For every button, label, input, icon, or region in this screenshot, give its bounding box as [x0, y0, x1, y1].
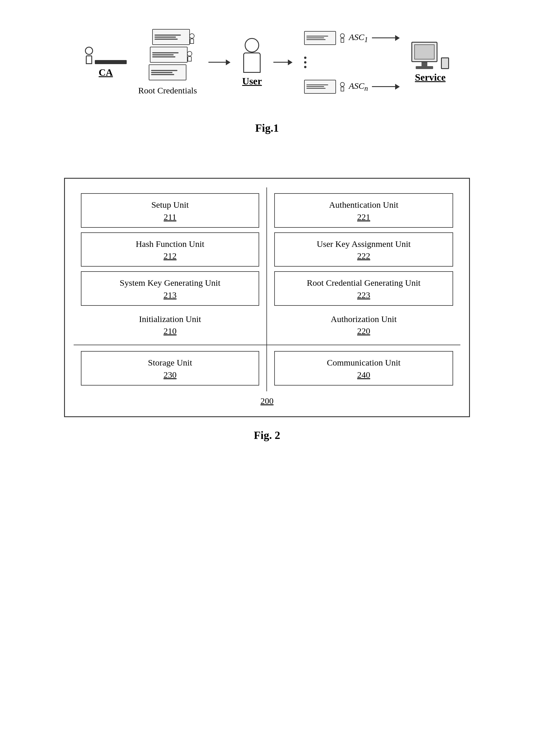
fig2-bottom-left: Storage Unit 230 [74, 345, 267, 392]
communication-unit-number: 240 [357, 370, 370, 380]
hash-unit-name: Hash Function Unit [136, 238, 204, 250]
root-credentials-label: Root Credentials [138, 86, 197, 95]
fig2-bottom-row: Storage Unit 230 Communication Unit 240 [74, 345, 460, 392]
init-unit: Initialization Unit 210 [81, 310, 259, 339]
hash-unit-box: Hash Function Unit 212 [81, 232, 259, 267]
asc1-row: ASC1 [304, 31, 400, 45]
service-computer-group [411, 42, 449, 69]
init-unit-name: Initialization Unit [139, 313, 201, 325]
authorization-unit-name: Authorization Unit [331, 313, 396, 325]
rootcred-unit-number: 223 [357, 290, 370, 300]
setup-unit-name: Setup Unit [151, 199, 189, 211]
desk-table [95, 60, 127, 64]
person-torso [86, 55, 92, 64]
userkey-unit-name: User Key Assignment Unit [317, 238, 411, 250]
communication-unit-name: Communication Unit [327, 357, 400, 369]
fig2-container: Setup Unit 211 Hash Function Unit 212 Sy… [35, 178, 499, 442]
credentials-actor: Root Credentials [138, 29, 197, 95]
ca-label: CA [99, 67, 113, 78]
fig1-caption: Fig.1 [255, 122, 279, 134]
fig2-caption: Fig. 2 [254, 429, 280, 442]
dots-section [304, 54, 306, 71]
service-actor: Service [411, 42, 449, 83]
user-body [243, 52, 261, 73]
ascn-arrow [372, 84, 400, 90]
auth-unit-box: Authentication Unit 221 [274, 193, 453, 228]
syskey-unit-name: System Key Generating Unit [120, 277, 220, 289]
credential-card-3 [149, 65, 187, 80]
setup-unit-number: 211 [164, 212, 177, 222]
asc1-person [340, 33, 345, 43]
ascn-arrow-head [395, 84, 400, 90]
arrow-user-asc [273, 60, 292, 65]
asc1-arrow [372, 35, 400, 41]
storage-unit-name: Storage Unit [148, 357, 192, 369]
arrow-ca-user [209, 60, 230, 65]
auth-unit-name: Authentication Unit [329, 199, 398, 211]
rootcred-unit-box: Root Credential Generating Unit 223 [274, 271, 453, 306]
user-actor: User [242, 38, 262, 87]
authorization-unit-number: 220 [357, 326, 370, 336]
arrow-right-1 [209, 60, 230, 65]
syskey-unit-number: 213 [164, 290, 177, 300]
service-icon [411, 42, 438, 69]
asc1-arrow-head [395, 35, 400, 41]
arrow-line-2 [273, 62, 288, 63]
arrow-right-2 [273, 60, 292, 65]
system-number: 200 [261, 396, 274, 406]
userkey-unit-box: User Key Assignment Unit 222 [274, 232, 453, 267]
storage-unit-number: 230 [164, 370, 177, 380]
storage-unit-box: Storage Unit 230 [81, 351, 259, 386]
arrow-line [209, 62, 226, 63]
ca-actor: CA [85, 47, 127, 78]
asc1-credential [304, 31, 336, 45]
arrow-head [226, 60, 230, 65]
asc-section: ASC1 [304, 31, 400, 94]
ascn-credential [304, 80, 336, 94]
ca-desk-icon [85, 47, 127, 64]
service-label: Service [415, 72, 445, 83]
auth-unit-number: 221 [357, 212, 370, 222]
fig2-right-col: Authentication Unit 221 User Key Assignm… [267, 187, 460, 345]
ascn-label: ASCn [349, 81, 368, 93]
asc1-arrow-line [372, 38, 395, 38]
ascn-arrow-line [372, 86, 395, 87]
computer-base [416, 66, 433, 69]
computer-screen [414, 44, 435, 60]
fig2-top-row: Setup Unit 211 Hash Function Unit 212 Sy… [74, 187, 460, 345]
desk-person [85, 47, 127, 64]
syskey-unit-box: System Key Generating Unit 213 [81, 271, 259, 306]
ascn-row: ASCn [304, 80, 400, 94]
setup-unit-box: Setup Unit 211 [81, 193, 259, 228]
cred-person-icon [189, 33, 194, 44]
user-label: User [242, 76, 262, 87]
arrow-head-2 [288, 60, 292, 65]
computer-monitor [411, 42, 438, 62]
credential-card-1 [152, 29, 190, 45]
fig2-bottom-right: Communication Unit 240 [267, 345, 460, 392]
dot-2 [304, 61, 306, 64]
person-head [85, 47, 93, 55]
user-head [245, 38, 259, 52]
fig1-container: CA [35, 17, 499, 149]
computer-disk [441, 57, 449, 69]
dot-1 [304, 57, 306, 59]
init-unit-number: 210 [164, 326, 177, 336]
user-icon [243, 38, 261, 73]
rootcred-unit-name: Root Credential Generating Unit [307, 277, 420, 289]
cred-person-icon-2 [187, 51, 192, 62]
computer-stand [421, 62, 427, 66]
credential-card-2 [150, 47, 188, 63]
ascn-person [340, 82, 345, 92]
asc1-label: ASC1 [349, 32, 368, 44]
communication-unit-box: Communication Unit 240 [274, 351, 453, 386]
person-body [85, 47, 93, 64]
authorization-unit: Authorization Unit 220 [274, 310, 453, 339]
dot-3 [304, 66, 306, 68]
hash-unit-number: 212 [164, 251, 177, 261]
fig2-left-col: Setup Unit 211 Hash Function Unit 212 Sy… [74, 187, 267, 345]
userkey-unit-number: 222 [357, 251, 370, 261]
fig2-outer-box: Setup Unit 211 Hash Function Unit 212 Sy… [64, 178, 470, 417]
fig1-diagram: CA [35, 17, 499, 107]
credentials-stack [149, 29, 187, 80]
